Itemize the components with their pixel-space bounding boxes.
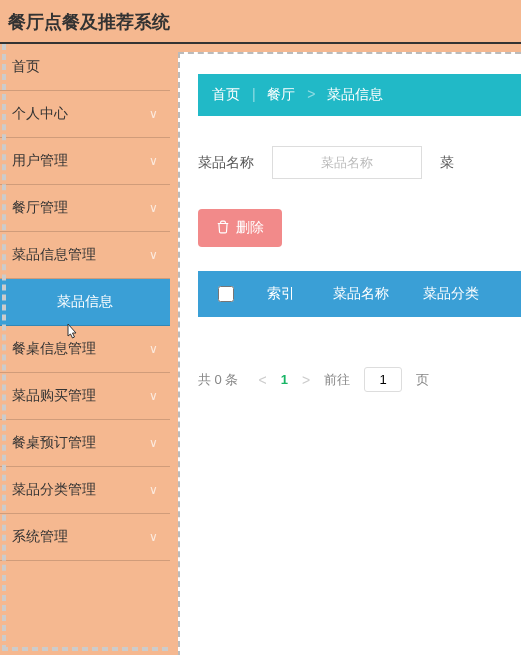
breadcrumb: 首页 | 餐厅 > 菜品信息 bbox=[198, 74, 521, 116]
sidebar-item-label: 菜品购买管理 bbox=[12, 387, 96, 405]
dashed-border bbox=[2, 44, 6, 651]
breadcrumb-home[interactable]: 首页 bbox=[212, 86, 240, 102]
table-header: 索引 菜品名称 菜品分类 bbox=[198, 271, 521, 317]
pagination-next[interactable]: > bbox=[302, 372, 310, 388]
chevron-down-icon: ∨ bbox=[149, 154, 158, 168]
pagination-goto-label: 前往 bbox=[324, 371, 350, 389]
checkbox-all[interactable] bbox=[218, 286, 234, 302]
filter-name-label: 菜品名称 bbox=[198, 154, 254, 172]
sidebar-item-label: 菜品信息管理 bbox=[12, 246, 96, 264]
main-container: 首页 个人中心 ∨ 用户管理 ∨ 餐厅管理 ∨ 菜品信息管理 ∨ 菜品信息 餐桌… bbox=[0, 44, 521, 655]
chevron-down-icon: ∨ bbox=[149, 530, 158, 544]
sidebar-item-restaurant[interactable]: 餐厅管理 ∨ bbox=[0, 185, 170, 232]
sidebar-item-label: 餐厅管理 bbox=[12, 199, 68, 217]
delete-button[interactable]: 删除 bbox=[198, 209, 282, 247]
dashed-border bbox=[2, 647, 168, 651]
sidebar-item-dish-cat[interactable]: 菜品分类管理 ∨ bbox=[0, 467, 170, 514]
sidebar-item-home[interactable]: 首页 bbox=[0, 44, 170, 91]
sidebar-item-label: 系统管理 bbox=[12, 528, 68, 546]
table-check-all[interactable] bbox=[206, 286, 246, 302]
delete-label: 删除 bbox=[236, 219, 264, 237]
breadcrumb-separator: | bbox=[252, 86, 256, 102]
chevron-down-icon: ∨ bbox=[149, 483, 158, 497]
sidebar-item-dish-buy[interactable]: 菜品购买管理 ∨ bbox=[0, 373, 170, 420]
table-col-name: 菜品名称 bbox=[316, 285, 406, 303]
sidebar-item-label: 餐桌信息管理 bbox=[12, 340, 96, 358]
sidebar-item-label: 用户管理 bbox=[12, 152, 68, 170]
pagination: 共 0 条 < 1 > 前往 页 bbox=[198, 367, 521, 392]
sidebar-item-label: 个人中心 bbox=[12, 105, 68, 123]
trash-icon bbox=[216, 220, 230, 237]
filter-name-input[interactable] bbox=[272, 146, 422, 179]
sidebar-item-users[interactable]: 用户管理 ∨ bbox=[0, 138, 170, 185]
sidebar-item-label: 餐桌预订管理 bbox=[12, 434, 96, 452]
sidebar-item-dish-info[interactable]: 菜品信息 bbox=[0, 279, 170, 326]
main-content: 首页 | 餐厅 > 菜品信息 菜品名称 菜 删除 索引 菜品名称 菜品分类 bbox=[178, 52, 521, 655]
table-col-index: 索引 bbox=[246, 285, 316, 303]
pagination-current[interactable]: 1 bbox=[281, 372, 288, 387]
breadcrumb-current: 菜品信息 bbox=[327, 86, 383, 102]
filter-cat-label: 菜 bbox=[440, 154, 454, 172]
sidebar-item-label: 菜品信息 bbox=[57, 293, 113, 311]
chevron-down-icon: ∨ bbox=[149, 248, 158, 262]
breadcrumb-section[interactable]: 餐厅 bbox=[267, 86, 295, 102]
sidebar-item-dish-info-mgmt[interactable]: 菜品信息管理 ∨ bbox=[0, 232, 170, 279]
app-header: 餐厅点餐及推荐系统 bbox=[0, 0, 521, 44]
chevron-down-icon: ∨ bbox=[149, 436, 158, 450]
chevron-down-icon: ∨ bbox=[149, 201, 158, 215]
sidebar-item-table-book[interactable]: 餐桌预订管理 ∨ bbox=[0, 420, 170, 467]
chevron-down-icon: ∨ bbox=[149, 107, 158, 121]
sidebar-item-profile[interactable]: 个人中心 ∨ bbox=[0, 91, 170, 138]
app-title: 餐厅点餐及推荐系统 bbox=[8, 10, 513, 34]
pagination-total: 共 0 条 bbox=[198, 371, 238, 389]
sidebar: 首页 个人中心 ∨ 用户管理 ∨ 餐厅管理 ∨ 菜品信息管理 ∨ 菜品信息 餐桌… bbox=[0, 44, 170, 655]
pagination-goto-input[interactable] bbox=[364, 367, 402, 392]
sidebar-item-table-info[interactable]: 餐桌信息管理 ∨ bbox=[0, 326, 170, 373]
sidebar-item-label: 首页 bbox=[12, 58, 40, 76]
filter-row: 菜品名称 菜 bbox=[198, 146, 521, 179]
table-col-category: 菜品分类 bbox=[406, 285, 496, 303]
pagination-page-suffix: 页 bbox=[416, 371, 429, 389]
pagination-prev[interactable]: < bbox=[258, 372, 266, 388]
sidebar-item-system[interactable]: 系统管理 ∨ bbox=[0, 514, 170, 561]
chevron-down-icon: ∨ bbox=[149, 342, 158, 356]
breadcrumb-separator: > bbox=[307, 86, 315, 102]
chevron-down-icon: ∨ bbox=[149, 389, 158, 403]
sidebar-item-label: 菜品分类管理 bbox=[12, 481, 96, 499]
